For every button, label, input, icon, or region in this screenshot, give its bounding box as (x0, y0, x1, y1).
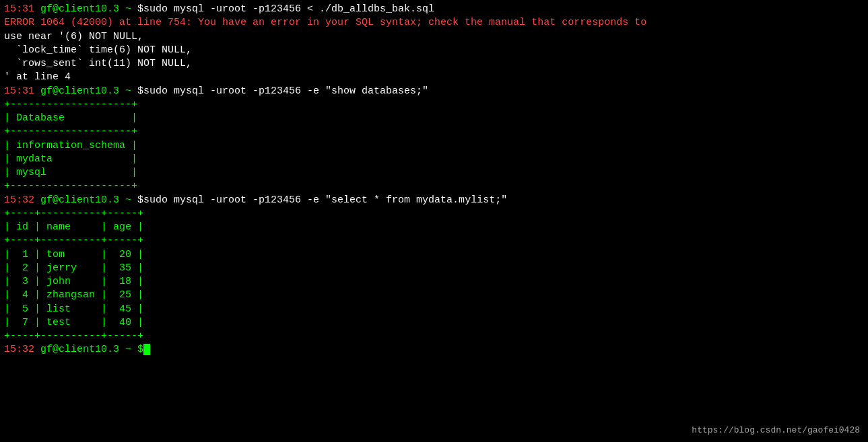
cmd-2: $sudo mysql -uroot -p123456 -e "select *… (137, 194, 507, 206)
time-1: 15:31 (4, 3, 34, 15)
line-cmd2: 15:32 gf@client10.3 ~ $sudo mysql -uroot… (4, 194, 864, 207)
line-1: 15:31 gf@client10.3 ~ $sudo mysql -uroot… (4, 3, 864, 16)
table-border-1: +--------------------+ (4, 98, 864, 112)
table-row-info: | information_schema | (4, 139, 864, 153)
url-link: https://blog.csdn.net/gaofei0428 (692, 425, 860, 435)
cursor[interactable] (143, 344, 150, 355)
time-7: 15:31 (4, 85, 34, 97)
table-header-db: | Database | (4, 112, 864, 125)
table2-row-1: | 1 | tom | 20 | (4, 248, 864, 262)
dollar-final: $ (137, 344, 143, 355)
table-row-mydata: | mydata | (4, 153, 864, 166)
line-3: use near '(6) NOT NULL, (4, 30, 864, 44)
table2-row-2: | 2 | jerry | 35 | (4, 262, 864, 275)
cmd-7: $sudo mysql -uroot -p123456 -e "show dat… (137, 85, 428, 97)
line-7: 15:31 gf@client10.3 ~ $sudo mysql -uroot… (4, 85, 864, 98)
table-row-mysql: | mysql | (4, 166, 864, 180)
host-1: gf@client10.3 ~ (34, 3, 137, 15)
host-final: gf@client10.3 ~ (34, 344, 137, 355)
table2-row-3: | 3 | john | 18 | (4, 275, 864, 289)
line-5: `rows_sent` int(11) NOT NULL, (4, 57, 864, 71)
cmd-1: $sudo mysql -uroot -p123456 < ./db_alldb… (137, 3, 434, 15)
time-cmd2: 15:32 (4, 194, 34, 206)
table2-border-3: +----+----------+-----+ (4, 330, 864, 343)
table2-row-7: | 7 | test | 40 | (4, 316, 864, 330)
table2-header: | id | name | age | (4, 221, 864, 234)
table-border-2: +--------------------+ (4, 125, 864, 139)
line-2: ERROR 1064 (42000) at line 754: You have… (4, 16, 864, 30)
table2-row-5: | 5 | list | 45 | (4, 303, 864, 316)
terminal: 15:31 gf@client10.3 ~ $sudo mysql -uroot… (4, 3, 864, 439)
table2-border-1: +----+----------+-----+ (4, 207, 864, 221)
table2-row-4: | 4 | zhangsan | 25 | (4, 289, 864, 302)
time-final: 15:32 (4, 344, 34, 355)
line-6: ' at line 4 (4, 71, 864, 84)
table-border-3: +--------------------+ (4, 180, 864, 193)
host-cmd2: gf@client10.3 ~ (34, 194, 137, 206)
line-final[interactable]: 15:32 gf@client10.3 ~ $ (4, 343, 864, 357)
line-4: `lock_time` time(6) NOT NULL, (4, 44, 864, 57)
table2-border-2: +----+----------+-----+ (4, 234, 864, 248)
host-7: gf@client10.3 ~ (34, 85, 137, 97)
